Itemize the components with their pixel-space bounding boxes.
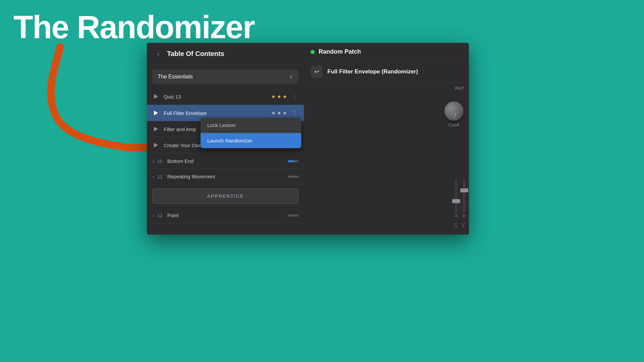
toc-header-title: Table Of Contents <box>167 50 224 58</box>
more-options-button[interactable]: ⋮ <box>290 109 299 117</box>
star-icon: ★ <box>283 110 287 116</box>
play-icon <box>152 141 160 149</box>
s-letter: S <box>453 221 458 230</box>
attack-slider[interactable] <box>455 179 458 213</box>
chapter-number: 12 <box>157 213 165 218</box>
chapter-item[interactable]: › 12 Point <box>147 208 304 223</box>
chapter-title: Point <box>167 213 288 218</box>
cutoff-knob-container: Cutoff <box>444 101 464 127</box>
star-icon: ★ <box>277 110 281 116</box>
y-letter: Y <box>461 221 466 230</box>
lesson-title: Full Filter Envelope (Randomizer) <box>327 68 418 75</box>
chapter-item[interactable]: › 11 Repeating Movement <box>147 169 304 184</box>
chevron-down-icon: ∨ <box>289 73 293 80</box>
chevron-right-icon: › <box>152 159 154 164</box>
sliders-container: A D <box>455 179 466 218</box>
context-menu-item-lock[interactable]: Lock Lesson <box>201 118 301 133</box>
svg-marker-3 <box>154 127 158 131</box>
chapter-title: Repeating Movement <box>167 174 288 179</box>
chapter-progress-bar <box>288 215 299 217</box>
toc-section-dropdown[interactable]: The Essentials ∨ <box>152 69 299 84</box>
chevron-right-icon: › <box>152 174 154 179</box>
toc-dropdown-label: The Essentials <box>158 74 193 80</box>
filter-section-label: FILT <box>455 86 464 90</box>
synth-content-area: FILT Cutoff A <box>304 83 469 235</box>
sy-branding: S Y <box>453 221 466 230</box>
attack-slider-thumb <box>452 199 460 203</box>
star-icon: ★ <box>283 94 287 99</box>
list-item[interactable]: Full Filter Envelope ★ ★ ★ ⋮ Lock Lesson… <box>147 105 304 121</box>
play-icon <box>152 109 160 117</box>
context-menu: Lock Lesson Launch Randomizer <box>201 118 301 148</box>
lesson-header: ↩ Full Filter Envelope (Randomizer) <box>304 61 469 83</box>
synth-area: FILT Cutoff A <box>304 83 469 235</box>
toc-header: ‹ Table Of Contents <box>147 43 304 65</box>
stars-row: ★ ★ ★ <box>271 110 287 116</box>
svg-marker-4 <box>154 143 158 147</box>
chevron-right-icon: › <box>152 213 154 218</box>
apprentice-button[interactable]: APPRENTICE <box>152 188 299 204</box>
chapter-number: 10 <box>157 159 165 164</box>
play-icon <box>152 125 160 133</box>
context-menu-item-randomizer[interactable]: Launch Randomizer <box>201 133 301 148</box>
lesson-label: Quiz 13 <box>164 94 271 100</box>
chapter-title: Bottom End <box>167 158 288 164</box>
cutoff-label: Cutoff <box>448 123 459 127</box>
main-ui-panel: ‹ Table Of Contents The Essentials ∨ Qui… <box>147 43 469 235</box>
chapter-item[interactable]: › 10 Bottom End <box>147 154 304 169</box>
toc-items-list: Quiz 13 ★ ★ ★ ⋮ Full Filter Envelope ★ <box>147 88 304 235</box>
chapter-progress-bar <box>288 176 299 178</box>
svg-marker-1 <box>154 94 158 99</box>
star-icon: ★ <box>271 110 276 116</box>
lesson-back-button[interactable]: ↩ <box>311 66 323 78</box>
decay-slider-group: D <box>463 179 466 218</box>
star-icon: ★ <box>277 94 281 99</box>
svg-marker-2 <box>154 111 158 115</box>
page-title: The Randomizer <box>13 9 255 45</box>
right-panel: Random Patch ↩ Full Filter Envelope (Ran… <box>304 43 469 235</box>
chapter-progress-bar <box>288 160 299 162</box>
status-dot <box>311 50 315 54</box>
decay-slider[interactable] <box>463 179 466 213</box>
more-options-button[interactable]: ⋮ <box>290 93 299 101</box>
decay-slider-label: D <box>463 214 466 218</box>
chapter-number: 11 <box>157 174 165 179</box>
toc-panel: ‹ Table Of Contents The Essentials ∨ Qui… <box>147 43 304 235</box>
lesson-label: Full Filter Envelope <box>164 110 271 116</box>
cutoff-knob[interactable] <box>444 101 464 121</box>
toc-back-button[interactable]: ‹ <box>154 49 163 58</box>
attack-slider-group: A <box>455 179 458 218</box>
play-icon <box>152 93 160 100</box>
right-panel-title: Random Patch <box>319 48 361 55</box>
star-icon: ★ <box>271 94 276 99</box>
attack-slider-label: A <box>455 214 457 218</box>
list-item[interactable]: Quiz 13 ★ ★ ★ ⋮ <box>147 88 304 105</box>
decay-slider-thumb <box>460 188 468 192</box>
progress-fill <box>288 160 294 162</box>
right-header: Random Patch <box>304 43 469 61</box>
stars-row: ★ ★ ★ <box>271 94 287 99</box>
